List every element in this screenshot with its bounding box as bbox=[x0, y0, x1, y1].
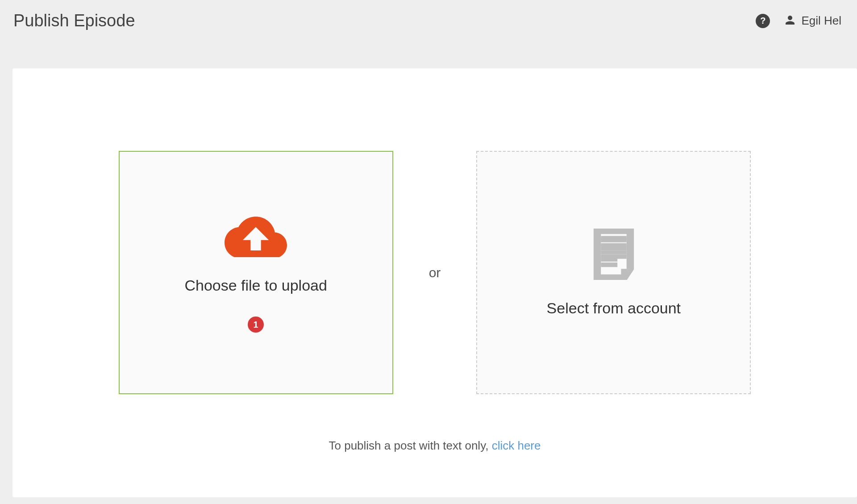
cloud-upload-icon bbox=[225, 212, 287, 259]
upload-option-label: Choose file to upload bbox=[184, 277, 327, 294]
choose-file-upload-box[interactable]: Choose file to upload 1 bbox=[119, 151, 393, 394]
footer-prefix: To publish a post with text only, bbox=[329, 439, 492, 452]
user-name-label: Egil Hel bbox=[801, 14, 841, 28]
footer-text: To publish a post with text only, click … bbox=[57, 439, 812, 453]
page-header: Publish Episode ? Egil Hel bbox=[0, 0, 857, 42]
content-card: Choose file to upload 1 or bbox=[12, 68, 857, 497]
document-icon bbox=[591, 229, 636, 282]
user-icon bbox=[783, 13, 797, 29]
upload-options: Choose file to upload 1 or bbox=[57, 151, 812, 394]
svg-rect-2 bbox=[627, 229, 632, 269]
user-menu[interactable]: Egil Hel bbox=[783, 13, 841, 29]
svg-rect-1 bbox=[595, 229, 601, 280]
header-actions: ? Egil Hel bbox=[756, 13, 841, 29]
svg-rect-5 bbox=[601, 246, 627, 250]
svg-rect-6 bbox=[601, 254, 627, 258]
upload-badge: 1 bbox=[248, 317, 264, 333]
select-from-account-box[interactable]: Select from account bbox=[476, 151, 751, 394]
help-icon[interactable]: ? bbox=[756, 14, 770, 28]
svg-rect-7 bbox=[601, 262, 617, 267]
svg-rect-4 bbox=[601, 237, 627, 242]
text-only-link[interactable]: click here bbox=[492, 439, 541, 452]
account-option-label: Select from account bbox=[547, 300, 681, 317]
or-divider: or bbox=[429, 265, 441, 280]
page-title: Publish Episode bbox=[13, 11, 135, 30]
